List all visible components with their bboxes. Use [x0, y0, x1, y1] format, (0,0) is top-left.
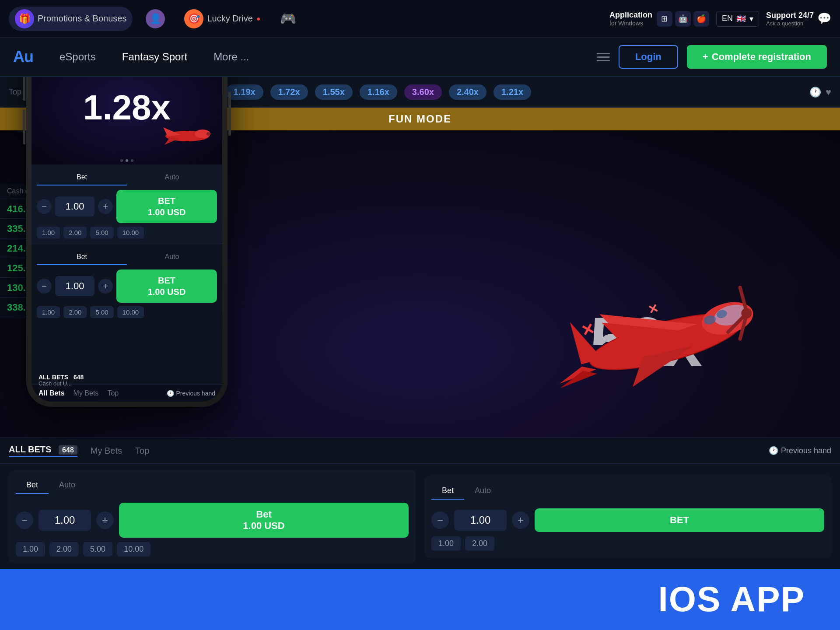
nav-esports[interactable]: eSports — [51, 46, 105, 67]
phone-quick2-4[interactable]: 10.00 — [117, 306, 144, 318]
main-nav: Au eSports Fantasy Sport More ... Login … — [0, 38, 840, 77]
phone-all-bets-tab[interactable]: All Bets — [38, 389, 65, 397]
promo-bonus-item[interactable]: 🎁 Promotions & Bonuses — [9, 7, 133, 31]
plus-button-2[interactable]: + — [512, 511, 529, 529]
mult-badge-5[interactable]: 1.72x — [270, 84, 308, 100]
mult-val-7: 1.16x — [368, 87, 389, 97]
quick-10.00[interactable]: 10.00 — [117, 542, 150, 556]
phone-bet-button-1[interactable]: BET 1.00 USD — [116, 190, 217, 223]
mult-badge-8[interactable]: 3.60x — [404, 84, 442, 100]
phone-quick-1[interactable]: 1.00 — [37, 227, 60, 238]
bet-tab-2[interactable]: Bet — [431, 483, 464, 500]
all-bets-label: ALL BETS — [9, 444, 51, 454]
logo-text: Au — [13, 48, 33, 66]
minus-button-1[interactable]: − — [16, 511, 33, 529]
phone-quick2-1[interactable]: 1.00 — [37, 306, 60, 318]
bet-amount-input-1[interactable] — [38, 510, 91, 531]
bet-panel-1: Bet Auto − + Bet 1.00 USD 1.00 2.00 5.00… — [9, 470, 416, 564]
phone-quick2-2[interactable]: 2.00 — [63, 306, 87, 318]
quick2-2.00[interactable]: 2.00 — [465, 536, 494, 551]
quick-amt-4: 10.00 — [124, 545, 144, 553]
phone-quick2-3[interactable]: 5.00 — [90, 306, 113, 318]
register-button[interactable]: + Complete registration — [687, 45, 827, 69]
bet-tab-1[interactable]: Bet — [16, 477, 49, 494]
quick-5.00[interactable]: 5.00 — [83, 542, 112, 556]
clock-icon: 🕐 — [769, 446, 778, 455]
phone-prev-hand[interactable]: 🕐 Previous hand — [167, 390, 215, 397]
phone-top-tab[interactable]: Top — [107, 389, 119, 397]
mult-badge-6[interactable]: 1.55x — [315, 84, 353, 100]
mult-val-6: 1.55x — [323, 87, 345, 97]
phone-minus-2[interactable]: − — [37, 279, 52, 294]
minus-button-2[interactable]: − — [431, 511, 449, 529]
top-tab[interactable]: Top — [135, 446, 149, 456]
my-bets-tab[interactable]: My Bets — [91, 446, 122, 456]
game-controller-icon: 🎮 — [280, 11, 296, 26]
phone-prev-hand-label: Previous hand — [176, 390, 215, 397]
phone-bet-input-2[interactable] — [55, 276, 94, 296]
phone-bet-button-2[interactable]: BET 1.00 USD — [116, 270, 217, 303]
lucky-drive-item[interactable]: 🎯 Lucky Drive ● — [178, 7, 266, 31]
quick2-1.00[interactable]: 1.00 — [431, 536, 461, 551]
support-sub: Ask a question — [766, 20, 814, 27]
heart-icon[interactable]: ♥ — [826, 87, 831, 98]
hamburger-menu[interactable] — [597, 53, 610, 61]
phone-plus-1[interactable]: + — [98, 199, 113, 214]
phone-plus-2[interactable]: + — [98, 279, 113, 294]
phone-quick-3[interactable]: 5.00 — [90, 227, 113, 238]
bet-button-1[interactable]: Bet 1.00 USD — [119, 503, 409, 538]
quick-1.00[interactable]: 1.00 — [16, 542, 45, 556]
support-title: Support 24/7 — [766, 11, 814, 20]
chat-icon: 💬 — [817, 12, 831, 25]
phone-bet-tab[interactable]: Bet — [37, 170, 127, 186]
hamburger-line1 — [597, 53, 610, 54]
quick-amounts-1: 1.00 2.00 5.00 10.00 — [16, 542, 409, 556]
auto-tab-1[interactable]: Auto — [49, 477, 86, 494]
avatar-item[interactable]: 👤 — [140, 7, 171, 31]
nav-more[interactable]: More ... — [205, 46, 258, 67]
phone-quick-2[interactable]: 2.00 — [63, 227, 87, 238]
bet-amount-input-2[interactable] — [454, 510, 507, 531]
mult-badge-10[interactable]: 1.21x — [494, 84, 531, 100]
phone-minus-1[interactable]: − — [37, 199, 52, 214]
hamburger-line2 — [597, 56, 610, 58]
apple-icon[interactable]: 🍎 — [693, 11, 709, 27]
language-selector[interactable]: EN 🇬🇧 ▾ — [716, 11, 759, 27]
mult-val-5: 1.72x — [278, 87, 300, 97]
strip-label: Top — [9, 88, 21, 97]
windows-icon[interactable]: ⊞ — [657, 11, 672, 27]
game-icon-item[interactable]: 🎮 — [274, 8, 302, 29]
phone-bet-area-1: Bet Auto − + BET 1.00 USD 1.00 2.00 5.00 — [32, 164, 222, 244]
phone-bet-amount: 1.00 USD — [148, 207, 186, 217]
bet-button-2[interactable]: BET — [535, 508, 824, 532]
all-bets-tab[interactable]: ALL BETS 648 — [9, 444, 77, 457]
plane-svg-area: ✕ ✕ — [464, 240, 814, 459]
phone-bet-tabs-2: Bet Auto — [37, 249, 217, 265]
quick-2.00[interactable]: 2.00 — [49, 542, 79, 556]
phone-quick-4[interactable]: 10.00 — [117, 227, 144, 238]
phone-auto-tab-2[interactable]: Auto — [127, 249, 217, 265]
nav-fantasy-sport[interactable]: Fantasy Sport — [113, 46, 196, 67]
nav-esports-label: eSports — [60, 51, 96, 63]
svg-point-22 — [206, 132, 210, 136]
flag-icon: 🇬🇧 — [736, 14, 746, 24]
phone-bet-tab-2[interactable]: Bet — [37, 249, 127, 265]
quick-amt-1: 1.00 — [23, 545, 38, 553]
phone-bet-row-2: − + BET 1.00 USD — [37, 270, 217, 303]
previous-hand-btn[interactable]: 🕐 Previous hand — [769, 446, 831, 455]
mult-badge-4[interactable]: 1.19x — [226, 84, 263, 100]
support-section[interactable]: Support 24/7 Ask a question 💬 — [766, 11, 831, 27]
quick-amounts-2: 1.00 2.00 — [431, 536, 824, 551]
plus-button-1[interactable]: + — [96, 511, 114, 529]
auto-tab-2[interactable]: Auto — [464, 483, 501, 500]
phone-my-bets-tab[interactable]: My Bets — [74, 389, 99, 397]
phone-auto-tab[interactable]: Auto — [127, 170, 217, 186]
mult-badge-9[interactable]: 2.40x — [449, 84, 486, 100]
login-button[interactable]: Login — [619, 45, 678, 69]
phone-bet-input-1[interactable] — [55, 196, 94, 217]
lang-label: EN — [722, 14, 733, 23]
phone-clock-icon: 🕐 — [167, 390, 174, 397]
android-icon[interactable]: 🤖 — [675, 11, 691, 27]
history-icon[interactable]: 🕐 — [809, 87, 821, 98]
mult-badge-7[interactable]: 1.16x — [360, 84, 397, 100]
